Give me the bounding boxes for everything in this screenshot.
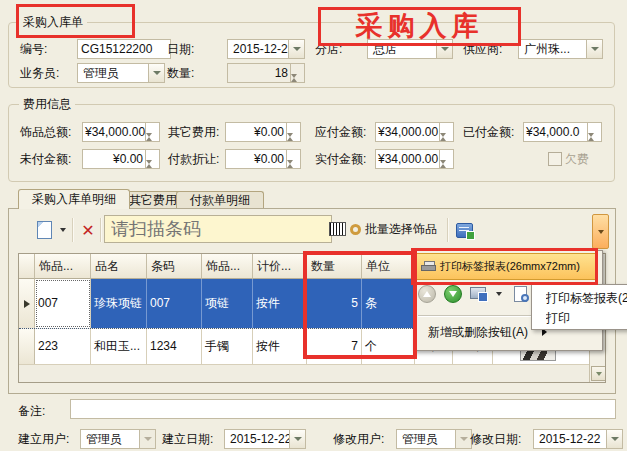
fees-discount-stepper[interactable]: ¥0.00 <box>225 149 301 169</box>
popup-icon-row <box>418 285 529 303</box>
fees-total-label: 饰品总额: <box>20 122 71 142</box>
chevron-down-icon[interactable] <box>288 40 304 58</box>
grid-cell[interactable]: 223 <box>35 329 91 364</box>
print-save-button[interactable] <box>470 286 488 302</box>
spin-down-icon[interactable] <box>291 78 304 92</box>
fees-paid-label: 已付金额: <box>463 122 514 142</box>
remark-input[interactable] <box>70 399 616 419</box>
supplier-select[interactable]: 广州珠... <box>518 39 603 59</box>
printer-icon <box>421 261 436 273</box>
modified-date-label: 修改日期: <box>470 429 521 449</box>
arrow-down-icon <box>449 291 457 297</box>
arrears-checkbox-label: 欠费 <box>565 149 589 169</box>
fees-paid-stepper[interactable]: ¥34,000.0 <box>523 122 602 142</box>
toolbar-separator <box>447 218 449 242</box>
row-selector-cell[interactable] <box>19 279 35 328</box>
grid-cell[interactable]: 条 <box>362 279 415 328</box>
customize-menu-label: 新增或删除按钮(A) <box>428 322 528 342</box>
import-table-button[interactable] <box>452 217 476 243</box>
salesman-label: 业务员: <box>20 63 59 83</box>
salesman-select[interactable]: 管理员 <box>77 63 165 83</box>
move-down-button[interactable] <box>444 285 462 303</box>
fees-other-stepper[interactable]: ¥0.00 <box>225 122 301 142</box>
magnifier-icon <box>521 294 529 302</box>
move-up-button[interactable] <box>418 285 436 303</box>
qty-stepper[interactable]: 18 <box>227 63 305 83</box>
modified-user-label: 修改用户: <box>333 429 384 449</box>
grid-cell[interactable]: 手镯 <box>202 329 253 364</box>
current-row-arrow-icon <box>24 300 30 308</box>
order-no-input[interactable]: CG15122200 <box>77 39 171 59</box>
customize-submenu: 打印标签报表(2 打印 <box>531 284 627 330</box>
grid-cell[interactable]: 个 <box>362 329 415 364</box>
grid-header[interactable]: 品名 <box>91 254 147 279</box>
new-row-dropdown-button[interactable] <box>58 226 68 234</box>
arrow-up-icon <box>423 291 431 297</box>
chevron-down-icon <box>596 372 602 376</box>
print-label-report-label: 打印标签报表(26mmx72mm) <box>440 259 580 274</box>
submenu-item-print-label[interactable]: 打印标签报表(2 <box>546 288 627 308</box>
supplier-label: 供应商: <box>463 39 502 59</box>
submenu-item-print[interactable]: 打印 <box>546 308 627 328</box>
spin-down-icon[interactable] <box>287 164 300 178</box>
fees-total-stepper[interactable]: ¥34,000.00 <box>82 122 160 142</box>
grid-cell[interactable]: 项链 <box>202 279 253 328</box>
print-preview-button[interactable] <box>513 286 529 303</box>
order-date-label: 日期: <box>167 39 194 59</box>
branch-select[interactable]: 总店 <box>367 39 453 59</box>
new-row-button[interactable] <box>32 217 56 243</box>
grid-cell[interactable]: 7 <box>307 329 362 364</box>
grid-header[interactable]: 数量 <box>307 254 362 279</box>
grid-cell[interactable]: 1234 <box>147 329 202 364</box>
chevron-down-icon <box>455 430 471 448</box>
fees-unpaid-label: 未付金额: <box>20 149 71 169</box>
grid-header[interactable]: 单位 <box>362 254 415 279</box>
grid-cell[interactable]: 按件 <box>253 329 307 364</box>
grid-cell-focused[interactable]: 007 <box>35 279 91 328</box>
chevron-down-icon[interactable] <box>148 64 164 82</box>
grid-header[interactable]: 饰品... <box>202 254 253 279</box>
arrears-checkbox[interactable] <box>548 152 562 166</box>
fees-payable-label: 应付金额: <box>315 122 366 142</box>
floppy-badge-icon <box>478 292 488 302</box>
delete-row-button[interactable]: ✕ <box>77 217 99 243</box>
fees-unpaid-stepper[interactable]: ¥0.00 <box>82 149 160 169</box>
fees-payable-stepper[interactable]: ¥34,000.00 <box>375 122 454 142</box>
grid-cell[interactable]: 和田玉... <box>91 329 147 364</box>
print-save-dropdown-button[interactable] <box>496 286 505 302</box>
created-user-select[interactable]: 管理员 <box>80 429 156 449</box>
table-add-icon <box>456 223 473 238</box>
batch-select-button[interactable]: 批量选择饰品 <box>350 216 442 242</box>
grid-cell[interactable]: 按件 <box>253 279 307 328</box>
toolbar-overflow-button[interactable] <box>592 214 609 249</box>
tab-payment-detail[interactable]: 付款单明细 <box>176 191 264 209</box>
spin-down-icon[interactable] <box>588 137 601 151</box>
fees-actual-label: 实付金额: <box>315 149 366 169</box>
chevron-down-icon[interactable] <box>586 40 602 58</box>
chevron-down-icon[interactable] <box>289 430 305 448</box>
branch-label: 分店: <box>315 39 342 59</box>
scan-barcode-input[interactable] <box>104 215 332 243</box>
chevron-down-icon[interactable] <box>436 40 452 58</box>
modified-user-select[interactable]: 管理员 <box>396 429 472 449</box>
order-date-picker[interactable]: 2015-12-22 <box>227 39 305 59</box>
grid-cell[interactable]: 007 <box>147 279 202 328</box>
grid-header[interactable]: 条码 <box>147 254 202 279</box>
modified-date-picker[interactable]: 2015-12-22 <box>533 429 623 449</box>
grid-header[interactable]: 计价... <box>253 254 307 279</box>
spin-down-icon[interactable] <box>440 164 453 178</box>
scrollbar-down-button[interactable] <box>591 366 606 381</box>
grid-cell[interactable]: 5 <box>307 279 362 328</box>
chevron-down-icon <box>139 430 155 448</box>
spin-down-icon[interactable] <box>146 164 159 178</box>
grid-header[interactable]: 饰品... <box>35 254 91 279</box>
chevron-down-icon[interactable] <box>606 430 622 448</box>
tab-order-detail[interactable]: 采购入库单明细 <box>18 189 130 209</box>
created-date-picker[interactable]: 2015-12-22 <box>224 429 306 449</box>
row-selector-cell[interactable] <box>19 329 35 364</box>
order-no-label: 编号: <box>20 39 47 59</box>
print-label-report-button[interactable]: 打印标签报表(26mmx72mm) <box>416 253 596 280</box>
fees-actual-stepper[interactable]: ¥34,000.00 <box>375 149 454 169</box>
grid-cell[interactable]: 珍珠项链 <box>91 279 147 328</box>
barcode-button[interactable] <box>326 217 348 241</box>
